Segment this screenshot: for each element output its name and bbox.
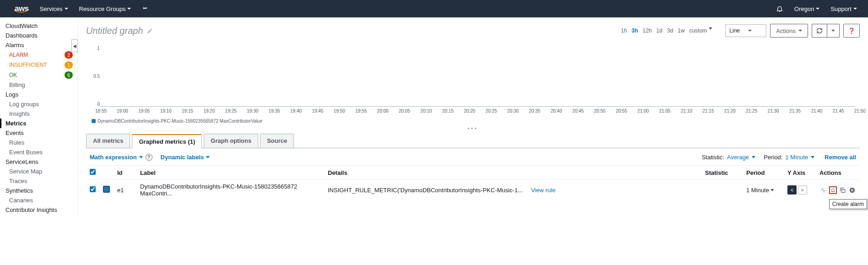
sidebar-collapse[interactable]: ◀ bbox=[71, 39, 78, 52]
dynamic-labels-link[interactable]: Dynamic labels bbox=[161, 154, 210, 161]
chevron-down-icon bbox=[816, 8, 819, 10]
time-tab-1w[interactable]: 1w bbox=[678, 27, 684, 34]
sidebar-item-event-buses[interactable]: Event Buses bbox=[0, 147, 77, 157]
actions-button[interactable]: Actions bbox=[770, 24, 808, 38]
support-menu[interactable]: Support bbox=[825, 5, 863, 12]
period-selector[interactable]: Period: 1 Minute bbox=[764, 154, 814, 161]
region-selector[interactable]: Oregon bbox=[789, 5, 825, 12]
table-row: e1 DynamoDBContributorInsights-PKC-Music… bbox=[86, 180, 860, 200]
yaxis-right-button[interactable]: > bbox=[798, 185, 807, 195]
sidebar-item-synthetics[interactable]: Synthetics bbox=[0, 186, 77, 195]
tab-source[interactable]: Source bbox=[260, 134, 294, 148]
time-tab-3d[interactable]: 3d bbox=[667, 27, 673, 34]
top-nav: aws Services Resource Groups Oregon Supp… bbox=[0, 0, 868, 17]
statistic-selector[interactable]: Statistic: Average bbox=[702, 154, 755, 161]
sidebar-item-alarm[interactable]: ALARM2 bbox=[0, 50, 77, 60]
header-id: Id bbox=[114, 166, 136, 180]
x-tick: 19:00 bbox=[117, 108, 117, 117]
time-tab-custom[interactable]: custom bbox=[689, 27, 707, 34]
x-tick: 20:50 bbox=[594, 108, 594, 117]
graph-title[interactable]: Untitled graph bbox=[86, 26, 153, 36]
plot-area[interactable] bbox=[100, 46, 855, 107]
duplicate-icon[interactable] bbox=[819, 186, 827, 194]
tab-graph-options[interactable]: Graph options bbox=[204, 134, 258, 148]
refresh-button[interactable] bbox=[812, 24, 827, 38]
chevron-down-icon bbox=[831, 30, 835, 32]
sidebar-item-rules[interactable]: Rules bbox=[0, 138, 77, 147]
aws-smile-icon bbox=[14, 10, 28, 13]
ok-badge: 6 bbox=[65, 71, 73, 79]
services-menu[interactable]: Services bbox=[34, 5, 74, 12]
cell-period[interactable]: 1 Minute bbox=[743, 180, 784, 200]
sidebar-item-billing[interactable]: Billing bbox=[0, 80, 77, 90]
math-expression-link[interactable]: Math expression bbox=[90, 154, 143, 161]
row-checkbox[interactable] bbox=[90, 186, 96, 192]
alarm-label: ALARM bbox=[9, 52, 28, 58]
time-tab-1h[interactable]: 1h bbox=[621, 27, 627, 34]
cell-statistic bbox=[701, 180, 743, 200]
yaxis-left-button[interactable]: < bbox=[787, 185, 797, 195]
sidebar-item-events[interactable]: Events bbox=[0, 128, 77, 138]
sidebar-item-metrics[interactable]: Metrics bbox=[0, 119, 77, 128]
series-color-swatch[interactable] bbox=[103, 186, 110, 193]
sidebar-item-insights[interactable]: Insights bbox=[0, 109, 77, 119]
period-value: 1 Minute bbox=[785, 154, 808, 161]
services-label: Services bbox=[40, 5, 63, 12]
chevron-down-icon bbox=[748, 30, 752, 32]
sidebar-item-servicelens[interactable]: ServiceLens bbox=[0, 157, 77, 167]
sidebar-item-traces[interactable]: Traces bbox=[0, 176, 77, 186]
tab-graphed-metrics[interactable]: Graphed metrics (1) bbox=[132, 134, 202, 148]
ok-label: OK bbox=[9, 72, 17, 78]
notifications-icon[interactable] bbox=[770, 5, 789, 12]
sidebar-item-insufficient[interactable]: INSUFFICIENT1 bbox=[0, 60, 77, 70]
time-tab-3h[interactable]: 3h bbox=[632, 27, 638, 34]
x-tick: 21:40 bbox=[811, 108, 811, 117]
chevron-down-icon bbox=[752, 156, 755, 158]
select-all-checkbox[interactable] bbox=[90, 169, 96, 175]
sidebar-item-dashboards[interactable]: Dashboards bbox=[0, 31, 77, 40]
sidebar-item-alarms[interactable]: Alarms bbox=[0, 40, 77, 50]
header-swatch bbox=[99, 166, 114, 180]
refresh-dropdown[interactable] bbox=[827, 24, 840, 38]
sidebar-item-service-map[interactable]: Service Map bbox=[0, 167, 77, 176]
statistic-label: Statistic: bbox=[702, 154, 724, 161]
graph-title-text: Untitled graph bbox=[86, 26, 143, 36]
help-button[interactable]: ❓ bbox=[843, 24, 860, 38]
chevron-down-icon bbox=[139, 156, 143, 158]
chart-type-select[interactable]: Line bbox=[725, 24, 766, 37]
period-label: Period: bbox=[764, 154, 782, 161]
x-tick: 19:45 bbox=[312, 108, 312, 117]
x-tick: 20:35 bbox=[529, 108, 529, 117]
time-tab-12h[interactable]: 12h bbox=[643, 27, 652, 34]
time-range-tabs: 1h3h12h1d3d1wcustom bbox=[621, 27, 712, 34]
sidebar-item-logs[interactable]: Logs bbox=[0, 90, 77, 99]
period-text: 1 Minute bbox=[746, 187, 769, 194]
help-icon[interactable]: ? bbox=[146, 154, 152, 161]
view-rule-link[interactable]: View rule bbox=[531, 187, 555, 194]
remove-all-link[interactable]: Remove all bbox=[825, 154, 856, 161]
remove-icon[interactable] bbox=[848, 186, 856, 194]
pencil-icon bbox=[147, 28, 153, 34]
header-statistic: Statistic bbox=[701, 166, 743, 180]
sidebar-item-contributor-insights[interactable]: Contributor Insights bbox=[0, 205, 77, 215]
create-alarm-icon[interactable] bbox=[829, 186, 837, 194]
copy-icon[interactable] bbox=[839, 186, 846, 194]
dynamic-label: Dynamic labels bbox=[161, 154, 204, 161]
sidebar-item-log-groups[interactable]: Log groups bbox=[0, 99, 77, 109]
resource-groups-menu[interactable]: Resource Groups bbox=[74, 5, 137, 12]
x-tick: 19:40 bbox=[290, 108, 291, 117]
sidebar-item-ok[interactable]: OK6 bbox=[0, 70, 77, 80]
sidebar-item-cloudwatch[interactable]: CloudWatch bbox=[0, 21, 77, 31]
math-label: Math expression bbox=[90, 154, 137, 161]
x-tick: 19:20 bbox=[203, 108, 204, 117]
tab-all-metrics[interactable]: All metrics bbox=[86, 134, 130, 148]
resize-handle[interactable]: ••• bbox=[86, 124, 860, 133]
graph-controls: 1h3h12h1d3d1wcustom Line Actions bbox=[621, 24, 860, 38]
sidebar-item-canaries[interactable]: Canaries bbox=[0, 195, 77, 205]
time-tab-1d[interactable]: 1d bbox=[656, 27, 662, 34]
pin-icon[interactable] bbox=[136, 5, 153, 12]
aws-logo[interactable]: aws bbox=[5, 4, 34, 13]
chevron-down-icon bbox=[127, 8, 131, 10]
x-tick: 19:10 bbox=[160, 108, 161, 117]
x-axis: 18:5519:0019:0519:1019:1519:2019:2519:30… bbox=[95, 108, 855, 117]
